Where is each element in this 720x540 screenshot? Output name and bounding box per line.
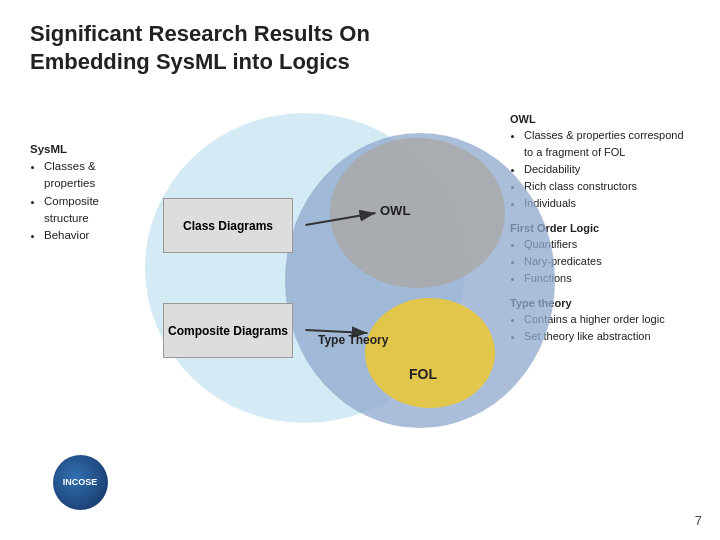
owl-item-1: Classes & properties correspond to a fra… (524, 127, 690, 161)
sysml-column: SysML Classes & properties Composite str… (30, 93, 145, 244)
slide-title: Significant Research Results On Embeddin… (30, 20, 690, 75)
title-line1: Significant Research Results On (30, 21, 370, 46)
title-line2: Embedding SysML into Logics (30, 49, 350, 74)
fol-label: FOL (409, 366, 437, 382)
owl-item-4: Individuals (524, 195, 690, 212)
sysml-item-2: Composite structure (44, 193, 145, 228)
typetheory-item-2: Set theory like abstraction (524, 328, 690, 345)
diagram-area: Class Diagrams Composite Diagrams OWL Ty… (145, 103, 500, 483)
typetheory-label: Type Theory (318, 333, 388, 347)
owl-ellipse (330, 138, 505, 288)
incose-logo: INCOSE (30, 455, 130, 510)
content-area: SysML Classes & properties Composite str… (30, 93, 690, 513)
class-diagrams-box: Class Diagrams (163, 198, 293, 253)
sysml-list: Classes & properties Composite structure… (30, 158, 145, 244)
owl-list: Classes & properties correspond to a fra… (510, 127, 690, 212)
page-number: 7 (695, 513, 702, 528)
composite-diagrams-box: Composite Diagrams (163, 303, 293, 358)
fol-ellipse (365, 298, 495, 408)
sysml-label: SysML (30, 143, 145, 155)
slide: Significant Research Results On Embeddin… (0, 0, 720, 540)
sysml-item-1: Classes & properties (44, 158, 145, 193)
owl-heading: OWL (510, 113, 690, 125)
owl-item-2: Decidability (524, 161, 690, 178)
sysml-item-3: Behavior (44, 227, 145, 244)
incose-logo-circle: INCOSE (53, 455, 108, 510)
owl-label: OWL (380, 203, 410, 218)
owl-item-3: Rich class constructors (524, 178, 690, 195)
